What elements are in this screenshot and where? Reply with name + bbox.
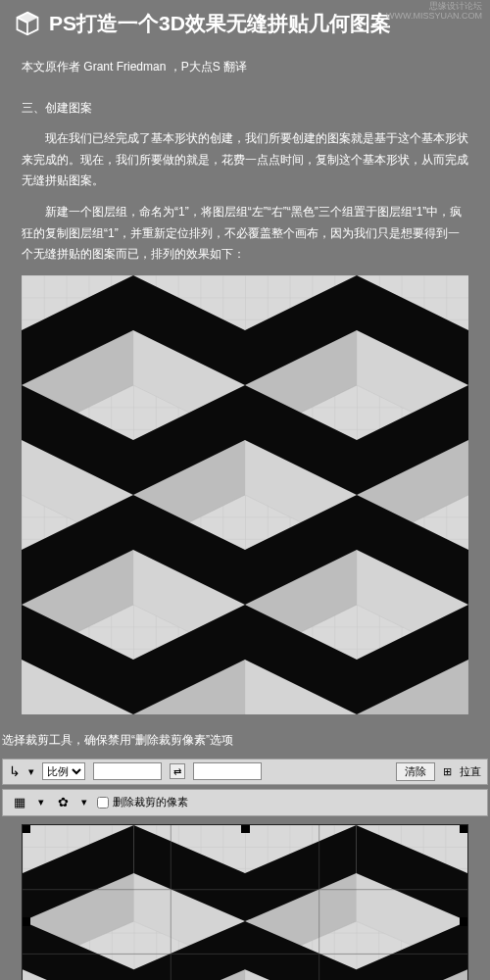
- ratio-height-input[interactable]: [193, 762, 262, 780]
- figure-pattern-large: [22, 275, 468, 714]
- crop-handle-l[interactable]: [22, 917, 30, 926]
- crop-options-bar-2: ▦ ▾ ✿ ▾ 删除裁剪的像素: [2, 789, 488, 816]
- overlay-grid-icon[interactable]: ▦: [11, 794, 28, 811]
- ratio-width-input[interactable]: [93, 762, 162, 780]
- ps-logo-icon: [14, 10, 41, 37]
- paragraph-2: 新建一个图层组，命名为“1”，将图层组“左”“右”“黑色”三个组置于图层组“1”…: [22, 202, 468, 266]
- gear-icon[interactable]: ✿: [54, 794, 72, 811]
- swap-icon[interactable]: ⇄: [170, 763, 185, 779]
- delete-pixels-label: 删除裁剪的像素: [113, 795, 188, 809]
- clear-button[interactable]: 清除: [396, 762, 435, 781]
- figure-caption-crop: 选择裁剪工具，确保禁用“删除裁剪像素”选项: [2, 724, 490, 755]
- watermark-text-2: WWW.MISSYUAN.COM: [386, 12, 482, 22]
- crop-handle-t[interactable]: [241, 824, 250, 833]
- author-line: 本文原作者 Grant Friedman ，P大点S 翻译: [22, 57, 468, 78]
- page-header: PS打造一个3D效果无缝拼贴几何图案 思缘设计论坛 WWW.MISSYUAN.C…: [0, 0, 490, 41]
- page-title: PS打造一个3D效果无缝拼贴几何图案: [49, 10, 391, 37]
- watermark: 思缘设计论坛 WWW.MISSYUAN.COM: [386, 2, 482, 22]
- svg-marker-1: [18, 13, 38, 24]
- figure-crop-preview[interactable]: [22, 824, 468, 980]
- paragraph-1: 现在我们已经完成了基本形状的创建，我们所要创建的图案就是基于这个基本形状来完成的…: [22, 128, 468, 192]
- crop-tool-icon[interactable]: ↳: [9, 763, 21, 779]
- crop-handle-r[interactable]: [460, 917, 468, 926]
- article-body: 本文原作者 Grant Friedman ，P大点S 翻译 三、创建图案 现在我…: [0, 57, 490, 266]
- dropdown-arrow-icon[interactable]: ▾: [81, 796, 87, 808]
- crop-handle-tr[interactable]: [460, 824, 468, 833]
- ratio-select[interactable]: 比例: [42, 762, 85, 780]
- straighten-icon[interactable]: ⊞: [443, 765, 452, 778]
- delete-pixels-checkbox[interactable]: [97, 797, 109, 808]
- delete-pixels-option[interactable]: 删除裁剪的像素: [97, 795, 188, 809]
- crop-handle-tl[interactable]: [22, 824, 30, 833]
- straighten-label: 拉直: [460, 764, 481, 779]
- crop-options-bar: ↳ ▾ 比例 ⇄ 清除 ⊞ 拉直: [2, 759, 488, 785]
- dropdown-arrow-icon[interactable]: ▾: [38, 796, 44, 808]
- dropdown-arrow-icon[interactable]: ▾: [28, 765, 34, 778]
- section-heading: 三、创建图案: [22, 98, 468, 120]
